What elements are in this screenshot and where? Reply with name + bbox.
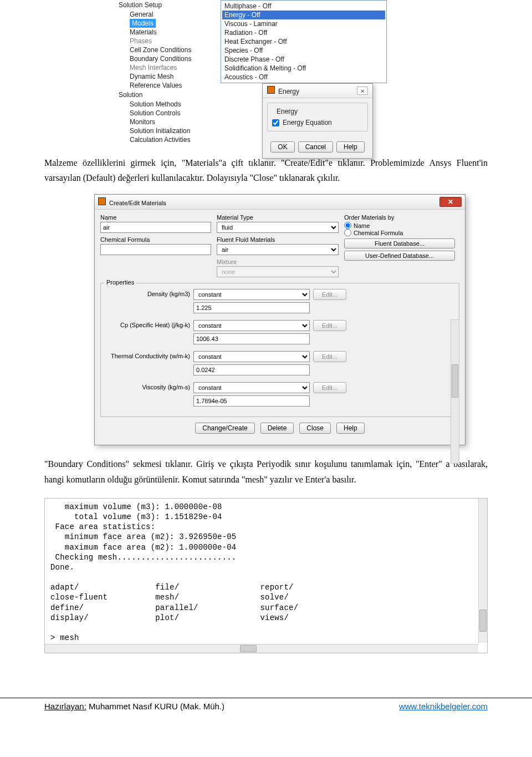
material-type-select[interactable]: fluid bbox=[217, 222, 339, 233]
tree-item[interactable]: Materials bbox=[123, 28, 216, 37]
tree-item[interactable]: Solution Methods bbox=[123, 100, 216, 109]
density-value-input[interactable] bbox=[193, 302, 310, 313]
cancel-button[interactable]: Cancel bbox=[298, 141, 333, 153]
list-item[interactable]: Multiphase - Off bbox=[222, 2, 385, 11]
energy-dialog: Energy ⨉ Energy Energy Equation OK Cance… bbox=[262, 83, 373, 159]
edit-button[interactable]: Edit... bbox=[313, 382, 346, 393]
screenshot-setup-models: Solution Setup General Models Materials … bbox=[116, 0, 488, 144]
help-button[interactable]: Help bbox=[336, 423, 365, 434]
dialog-title: Energy bbox=[267, 86, 299, 95]
prop-label: Viscosity (kg/m-s) bbox=[104, 382, 190, 390]
cp-method-select[interactable]: constant bbox=[193, 320, 310, 331]
tree-item[interactable]: Boundary Conditions bbox=[123, 54, 216, 63]
close-button[interactable]: ⨉ bbox=[357, 87, 368, 95]
help-button[interactable]: Help bbox=[336, 141, 365, 153]
footer-author-name: Muhammet Nasıf KURU (Mak. Müh.) bbox=[86, 702, 224, 711]
thermal-value-input[interactable] bbox=[193, 364, 310, 375]
thermal-method-select[interactable]: constant bbox=[193, 351, 310, 362]
prop-label: Density (kg/m3) bbox=[104, 289, 190, 297]
fluent-materials-label: Fluent Fluid Materials bbox=[217, 236, 339, 243]
tree-header-setup: Solution Setup bbox=[116, 0, 216, 10]
cp-value-input[interactable] bbox=[193, 333, 310, 344]
tree-item-models[interactable]: Models bbox=[130, 19, 156, 28]
scrollbar-thumb[interactable] bbox=[452, 364, 458, 398]
order-by-name[interactable]: Name bbox=[344, 222, 455, 229]
tree-item[interactable]: Solution Controls bbox=[123, 109, 216, 118]
body-paragraph-1: Malzeme özelliklerini girmek için, "Mate… bbox=[44, 155, 488, 185]
console-output: maximum volume (m3): 1.000000e-08 total … bbox=[44, 498, 488, 654]
chem-formula-label: Chemical Formula bbox=[100, 236, 211, 243]
app-icon bbox=[267, 86, 275, 94]
viscosity-method-select[interactable]: constant bbox=[193, 382, 310, 393]
viscosity-value-input[interactable] bbox=[193, 395, 310, 407]
list-item[interactable]: Heat Exchanger - Off bbox=[222, 37, 385, 46]
footer-link[interactable]: www.teknikbelgeler.com bbox=[399, 702, 488, 711]
mixture-select: none bbox=[217, 266, 339, 277]
close-button[interactable]: ✕ bbox=[439, 197, 462, 207]
user-database-button[interactable]: User-Defined Database... bbox=[344, 251, 455, 261]
tree-item: Phases bbox=[123, 37, 216, 45]
footer-author-label: Hazırlayan: bbox=[44, 702, 86, 711]
scrollbar-horizontal[interactable] bbox=[45, 644, 478, 653]
app-icon bbox=[98, 197, 106, 205]
tree-item[interactable]: Cell Zone Conditions bbox=[123, 45, 216, 54]
group-label: Energy bbox=[274, 108, 300, 115]
order-by-chem[interactable]: Chemical Formula bbox=[344, 229, 455, 236]
edit-button[interactable]: Edit... bbox=[313, 320, 346, 331]
energy-equation-checkbox[interactable]: Energy Equation bbox=[272, 119, 363, 126]
list-item[interactable]: Radiation - Off bbox=[222, 28, 385, 37]
models-list[interactable]: Multiphase - Off Energy - Off Viscous - … bbox=[221, 0, 387, 83]
mixture-label: Mixture bbox=[217, 258, 339, 265]
tree-item: Mesh Interfaces bbox=[123, 63, 216, 72]
checkbox-input[interactable] bbox=[272, 119, 279, 126]
page-footer: Hazırlayan: Muhammet Nasıf KURU (Mak. Mü… bbox=[0, 698, 532, 722]
scrollbar-thumb[interactable] bbox=[240, 645, 257, 652]
list-item[interactable]: Acoustics - Off bbox=[222, 73, 385, 82]
scrollbar-vertical[interactable] bbox=[478, 499, 487, 643]
tree-item[interactable]: Dynamic Mesh bbox=[123, 72, 216, 81]
list-item[interactable]: Discrete Phase - Off bbox=[222, 55, 385, 64]
list-item-selected[interactable]: Energy - Off bbox=[222, 11, 385, 19]
list-item[interactable]: Species - Off bbox=[222, 46, 385, 55]
scrollbar-thumb[interactable] bbox=[479, 609, 487, 632]
prop-label: Cp (Specific Heat) (j/kg-k) bbox=[104, 320, 190, 328]
tree-item[interactable]: Reference Values bbox=[123, 81, 216, 90]
name-input[interactable] bbox=[100, 222, 211, 233]
tree-item[interactable]: Calculation Activities bbox=[123, 135, 216, 144]
materials-dialog: Create/Edit Materials ✕ Name Chemical Fo… bbox=[94, 194, 466, 445]
density-method-select[interactable]: constant bbox=[193, 289, 310, 300]
edit-button[interactable]: Edit... bbox=[313, 351, 346, 362]
fluent-database-button[interactable]: Fluent Database... bbox=[344, 238, 455, 248]
material-type-label: Material Type bbox=[217, 214, 339, 221]
ok-button[interactable]: OK bbox=[270, 141, 294, 153]
delete-button[interactable]: Delete bbox=[260, 423, 294, 434]
list-item[interactable]: Viscous - Laminar bbox=[222, 19, 385, 28]
body-paragraph-2: "Boundary Conditions" sekmesi tıklanır. … bbox=[44, 456, 488, 486]
solution-tree: Solution Setup General Models Materials … bbox=[116, 0, 216, 144]
name-label: Name bbox=[100, 214, 211, 221]
tree-item[interactable]: Solution Initialization bbox=[123, 126, 216, 135]
list-item[interactable]: Solidification & Melting - Off bbox=[222, 64, 385, 73]
close-button[interactable]: Close bbox=[299, 423, 331, 434]
tree-item[interactable]: Monitors bbox=[123, 118, 216, 126]
fluent-materials-select[interactable]: air bbox=[217, 244, 339, 255]
change-create-button[interactable]: Change/Create bbox=[195, 423, 254, 434]
tree-item[interactable]: General bbox=[123, 10, 216, 19]
console-text: maximum volume (m3): 1.000000e-08 total … bbox=[45, 499, 487, 653]
order-by-label: Order Materials by bbox=[344, 214, 455, 221]
dialog-title: Create/Edit Materials bbox=[98, 197, 166, 206]
properties-title: Properties bbox=[104, 279, 136, 286]
chem-formula-input[interactable] bbox=[100, 244, 211, 255]
scrollbar-vertical[interactable] bbox=[451, 319, 459, 464]
prop-label: Thermal Conductivity (w/m-k) bbox=[104, 351, 190, 359]
tree-header-solution: Solution bbox=[116, 90, 216, 100]
edit-button[interactable]: Edit... bbox=[313, 289, 346, 300]
